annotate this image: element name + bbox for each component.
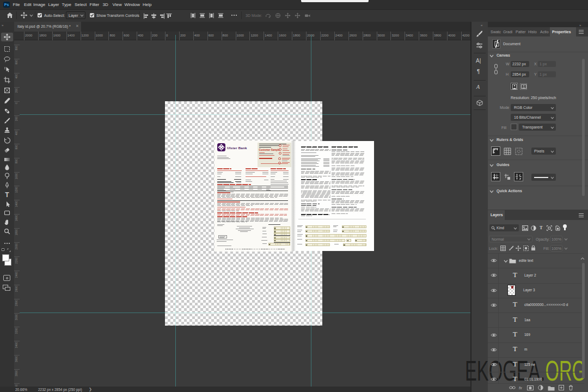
svg-text:T: T: [5, 192, 9, 198]
